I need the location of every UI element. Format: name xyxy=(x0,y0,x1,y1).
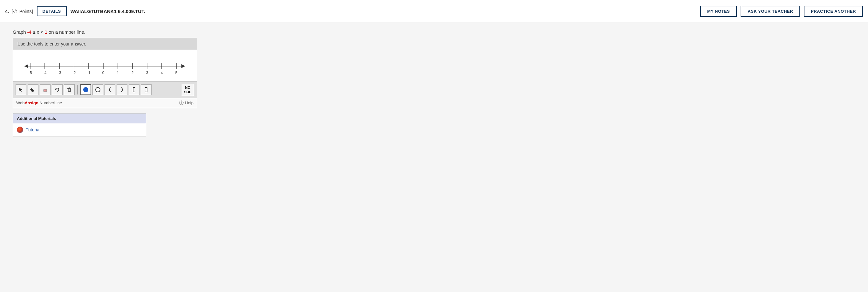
svg-marker-22 xyxy=(19,87,22,92)
q-num: 4. xyxy=(5,8,9,14)
svg-rect-28 xyxy=(68,89,70,92)
brand-rest: .NumberLine xyxy=(38,100,62,105)
right-open-paren-button[interactable] xyxy=(117,84,127,95)
tutorial-link[interactable]: Tutorial xyxy=(17,126,142,133)
header-bar: 4. [-/1 Points] DETAILS WAIIALGTUTBANK1 … xyxy=(0,0,868,23)
q-text-prefix: Graph xyxy=(13,29,27,35)
svg-rect-23 xyxy=(30,88,34,92)
q-neg-value: -4 xyxy=(27,29,31,35)
no-solution-button[interactable]: NO SOL xyxy=(181,84,194,96)
left-open-paren-button[interactable] xyxy=(104,84,115,95)
svg-text:2: 2 xyxy=(131,70,134,75)
ask-teacher-button[interactable]: ASK YOUR TEACHER xyxy=(741,6,800,17)
tutorial-label: Tutorial xyxy=(26,127,40,132)
svg-text:-3: -3 xyxy=(58,70,61,75)
question-text: Graph -4 ≤ x < 1 on a number line. xyxy=(13,29,855,35)
help-label: Help xyxy=(185,100,193,105)
tutorial-icon xyxy=(17,126,23,133)
points-label: [-/1 Points] xyxy=(12,9,33,14)
svg-text:5: 5 xyxy=(175,70,178,75)
toolbar-separator-1 xyxy=(77,85,78,94)
undo-tool-button[interactable] xyxy=(52,84,63,95)
tool-instructions: Use the tools to enter your answer. xyxy=(13,38,197,50)
practice-another-button[interactable]: PRACTICE ANOTHER xyxy=(804,6,863,17)
svg-text:0: 0 xyxy=(102,70,104,75)
help-link[interactable]: ⓘ Help xyxy=(179,100,193,106)
webassign-logo: WebAssign.NumberLine xyxy=(16,100,62,105)
svg-text:-1: -1 xyxy=(87,70,91,75)
right-open-paren-icon xyxy=(119,87,125,93)
svg-text:-2: -2 xyxy=(72,70,76,75)
filled-circle-icon xyxy=(83,87,89,93)
footer-bar: WebAssign.NumberLine ⓘ Help xyxy=(13,98,197,108)
additional-materials-title: Additional Materials xyxy=(17,116,56,121)
trash-tool-button[interactable] xyxy=(64,84,75,95)
additional-materials-container: Additional Materials Tutorial xyxy=(13,113,146,137)
filled-circle-button[interactable] xyxy=(81,84,91,95)
instructions-text: Use the tools to enter your answer. xyxy=(18,41,86,47)
left-open-paren-icon xyxy=(107,87,113,93)
right-closed-bracket-button[interactable] xyxy=(141,84,152,95)
arrow-select-icon xyxy=(18,87,24,93)
svg-point-34 xyxy=(96,87,100,92)
no-sol-label: NO SOL xyxy=(184,86,191,94)
trash-icon xyxy=(66,87,72,93)
svg-text:-5: -5 xyxy=(29,70,32,75)
pencil-tool-button[interactable] xyxy=(28,84,38,95)
main-content: Graph -4 ≤ x < 1 on a number line. Use t… xyxy=(0,23,868,143)
problem-id: WAIIALGTUTBANK1 6.4.009.TUT. xyxy=(70,8,145,14)
open-circle-button[interactable] xyxy=(92,84,103,95)
help-icon: ⓘ xyxy=(179,100,184,106)
tool-toolbar: NO SOL xyxy=(13,81,197,98)
number-line-area[interactable]: -5 -4 -3 -2 -1 0 1 2 3 xyxy=(13,50,197,81)
eraser-tool-button[interactable] xyxy=(40,84,51,95)
brand-assign: Assign xyxy=(25,100,38,105)
brand-web: Web xyxy=(16,100,25,105)
left-closed-bracket-button[interactable] xyxy=(129,84,140,95)
svg-point-33 xyxy=(83,87,88,92)
open-circle-icon xyxy=(95,87,101,93)
number-line-tool-container: Use the tools to enter your answer. -5 xyxy=(13,38,197,108)
question-number: 4. [-/1 Points] xyxy=(5,8,33,14)
my-notes-button[interactable]: MY NOTES xyxy=(700,6,737,17)
q-text-suffix: on a number line. xyxy=(47,29,86,35)
svg-text:-4: -4 xyxy=(43,70,47,75)
svg-text:3: 3 xyxy=(146,70,148,75)
number-line-svg-wrap: -5 -4 -3 -2 -1 0 1 2 3 xyxy=(16,56,193,78)
additional-materials-header: Additional Materials xyxy=(13,114,146,123)
details-button[interactable]: DETAILS xyxy=(37,6,67,16)
svg-text:1: 1 xyxy=(117,70,119,75)
additional-materials-body: Tutorial xyxy=(13,123,146,136)
left-closed-bracket-icon xyxy=(131,87,137,93)
eraser-icon xyxy=(42,87,48,93)
svg-marker-24 xyxy=(31,91,32,92)
q-text-mid: ≤ x < xyxy=(31,29,44,35)
svg-text:4: 4 xyxy=(161,70,163,75)
select-tool-button[interactable] xyxy=(16,84,26,95)
right-closed-bracket-icon xyxy=(143,87,149,93)
pencil-icon xyxy=(30,87,36,93)
number-line-svg: -5 -4 -3 -2 -1 0 1 2 3 xyxy=(21,56,189,78)
q-pos-value: 1 xyxy=(44,29,47,35)
undo-icon xyxy=(54,87,60,93)
